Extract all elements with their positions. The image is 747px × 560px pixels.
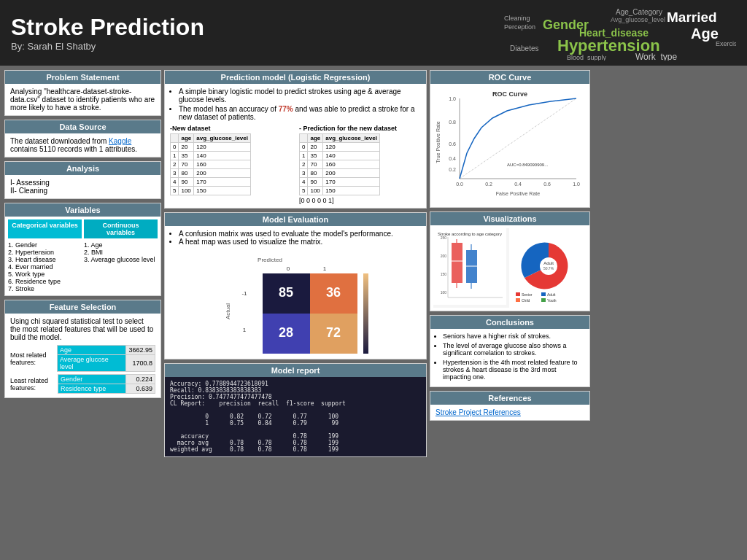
analysis-body: I- Assessing II- Cleaning (5, 175, 160, 198)
table-row: 490170 (300, 178, 380, 187)
least-feat-2-name: Residence type (58, 384, 126, 394)
feature-selection-text: Using chi squared statistical test to se… (10, 317, 155, 341)
references-header: References (430, 392, 589, 405)
svg-text:1.0: 1.0 (573, 182, 580, 187)
wordcloud-svg: Gender Age_Category Married Avg_glucose_… (503, 6, 736, 61)
references-link[interactable]: Stroke Project References (436, 408, 521, 416)
svg-text:False Positive Rate: False Positive Rate (496, 191, 540, 196)
least-feat-1-val: 0.224 (126, 375, 155, 384)
svg-text:0.4: 0.4 (514, 182, 522, 187)
box-plot-container: Stroke according to age category 250 200… (433, 228, 509, 308)
wc-exercise: Exercise (716, 40, 736, 47)
feature-selection-card: Feature Selection Using chi squared stat… (4, 300, 161, 398)
svg-text:50.7%: 50.7% (543, 266, 554, 271)
cont-item-3: 3. Average glucose level (84, 256, 158, 263)
analysis-header: Analysis (5, 162, 160, 175)
problem-statement-body: Analysing "healthcare-dataset-stroke-dat… (5, 84, 160, 115)
wc-glucose: Avg_glucose_level (611, 16, 665, 23)
wc-bloodsupply: Blood_supply (567, 54, 607, 61)
most-feat-1-val: 3662.95 (126, 346, 155, 355)
svg-text:0.8: 0.8 (449, 120, 456, 125)
conclusions-card: Conclusions Seniors have a higher risk o… (430, 315, 590, 387)
least-feat-1-name: Gender (58, 375, 126, 384)
svg-text:Senior: Senior (522, 292, 533, 297)
prediction-label: - Prediction for the new dataset (299, 125, 421, 132)
confusion-matrix-section: Predicted Actual 0 1 -1 1 85 36 28 (165, 249, 426, 359)
continuous-label: Continuous variables (84, 219, 158, 238)
table-row: 020120 (171, 143, 251, 152)
wc-agecategory: Age_Category (616, 8, 662, 16)
table-row: 490170 (171, 178, 251, 187)
data-source-prefix: The dataset downloaded from (10, 137, 109, 145)
page-subtitle: By: Sarah El Shatby (11, 41, 204, 52)
model-report-card: Model report Accuracy: 0.778894472361809… (164, 363, 427, 457)
problem-statement-card: Problem Statement Analysing "healthcare-… (4, 70, 161, 116)
svg-text:AUC=0.849090909...: AUC=0.849090909... (507, 163, 549, 167)
table-row: 135140 (171, 152, 251, 160)
model-evaluation-body: A confusion matrix was used to evaluate … (165, 226, 426, 249)
page-title: Stroke Prediction (11, 14, 204, 41)
svg-text:0: 0 (287, 265, 290, 272)
problem-statement-header: Problem Statement (5, 71, 160, 84)
box-plot-svg: Stroke according to age category 250 200… (433, 228, 506, 305)
vis-charts-row: Stroke according to age category 250 200… (433, 228, 587, 308)
colorbar (363, 273, 368, 354)
eval-bullet-2: A heat map was used to visualize the mat… (179, 238, 421, 246)
conc-item-1: Seniors have a higher risk of strokes. (443, 332, 584, 340)
svg-text:85: 85 (279, 285, 293, 300)
cat-item-2: 2. Hypertension (8, 249, 82, 256)
wc-perception: Perception (504, 23, 535, 31)
variables-card: Variables Categorical variables Continuo… (4, 203, 161, 296)
svg-text:0.2: 0.2 (449, 167, 456, 172)
model-evaluation-card: Model Evaluation A confusion matrix was … (164, 212, 427, 359)
svg-text:150: 150 (441, 272, 447, 276)
kaggle-link[interactable]: Kaggle (109, 137, 131, 145)
svg-text:0.6: 0.6 (543, 182, 551, 187)
most-related-table: Age 3662.95 Average glucose level 1700.8 (57, 345, 155, 372)
cat-item-3: 3. Heart disease (8, 256, 82, 263)
eval-bullet-1: A confusion matrix was used to evaluate … (179, 230, 421, 238)
svg-text:ROC Curve: ROC Curve (492, 90, 527, 98)
wc-married: Married (667, 9, 717, 25)
visualizations-body: Stroke according to age category 250 200… (430, 225, 589, 311)
roc-curve-header: ROC Curve (430, 71, 589, 84)
prediction-section: - Prediction for the new dataset ageavg_… (299, 125, 421, 204)
svg-text:True Positive Rate: True Positive Rate (436, 121, 441, 163)
most-feat-1-name: Age (57, 346, 126, 355)
categorical-label: Categorical variables (8, 219, 82, 238)
table-row: Gender 0.224 (58, 375, 155, 384)
data-source-card: Data Source The dataset downloaded from … (4, 120, 161, 158)
svg-text:-1: -1 (241, 290, 247, 297)
svg-text:36: 36 (326, 285, 341, 300)
prediction-table: ageavg_glucose_level 020120 135140 27016… (299, 133, 380, 195)
analysis-item-2: II- Cleaning (10, 187, 155, 195)
svg-text:0.6: 0.6 (449, 141, 456, 147)
conclusions-body: Seniors have a higher risk of strokes. T… (430, 329, 589, 386)
feature-selection-body: Using chi squared statistical test to se… (5, 314, 160, 397)
wc-diabetes: Diabetes (510, 44, 538, 52)
cont-item-1: 1. Age (84, 241, 158, 249)
cat-item-5: 5. Work type (8, 271, 82, 278)
table-row: Average glucose level 1700.8 (57, 355, 155, 372)
conc-item-2: The level of average glucose also shows … (443, 342, 584, 357)
svg-text:250: 250 (441, 236, 447, 240)
analysis-item-1: I- Assessing (10, 179, 155, 187)
new-dataset-table: ageavg_glucose_level 020120 135140 27016… (170, 133, 251, 195)
prediction-model-body: A simple binary logistic model to predic… (165, 84, 426, 208)
prediction-model-card: Prediction model (Logistic Regression) A… (164, 70, 427, 209)
table-row: Age 3662.95 (57, 346, 155, 355)
pred-bullet-1: A simple binary logistic model to predic… (179, 88, 421, 104)
legend-child (516, 298, 520, 302)
table-row: 380200 (171, 169, 251, 178)
variables-header: Variables (5, 203, 160, 217)
wc-worktype: Work_type (635, 52, 677, 61)
svg-text:0.2: 0.2 (485, 182, 492, 187)
svg-text:Predicted: Predicted (258, 257, 282, 263)
data-source-body: The dataset downloaded from Kaggle conta… (5, 133, 160, 157)
svg-text:28: 28 (279, 325, 293, 340)
most-label: Most related features: (10, 351, 53, 366)
pred-accuracy: 77% (279, 105, 293, 113)
wc-age: Age (691, 26, 719, 42)
svg-text:72: 72 (326, 325, 341, 340)
svg-text:100: 100 (441, 290, 447, 295)
